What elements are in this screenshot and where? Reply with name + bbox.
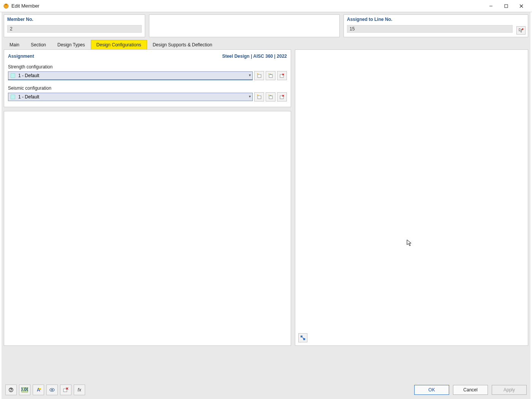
strength-remove-button[interactable] [277, 71, 287, 80]
color-swatch-icon [11, 95, 15, 99]
svg-rect-8 [258, 74, 261, 78]
chevron-down-icon: ▾ [249, 94, 251, 98]
app-icon [3, 3, 9, 9]
svg-marker-16 [257, 94, 258, 95]
strength-config-label: Strength configuration [8, 64, 287, 70]
design-code-label: Steel Design | AISC 360 | 2022 [222, 54, 287, 59]
assigned-line-field[interactable]: 15 [347, 25, 513, 33]
tab-design-configurations[interactable]: Design Configurations [91, 40, 147, 49]
strength-edit-button[interactable] [266, 71, 276, 80]
member-no-label: Member No. [4, 15, 145, 23]
svg-rect-30 [39, 388, 41, 390]
svg-text:?: ? [10, 387, 12, 393]
units-button[interactable]: 0.00 [19, 385, 30, 395]
assigned-line-label: Assigned to Line No. [344, 15, 528, 23]
preview-expand-button[interactable] [298, 333, 307, 342]
apply-button[interactable]: Apply [492, 385, 527, 395]
cancel-button[interactable]: Cancel [453, 385, 488, 395]
tab-design-types[interactable]: Design Types [52, 40, 91, 49]
seismic-config-select[interactable]: 1 - Default ▾ [8, 93, 253, 101]
ok-button[interactable]: OK [414, 385, 449, 395]
window-title: Edit Member [11, 3, 483, 9]
strength-config-select[interactable]: 1 - Default ▾ [8, 71, 253, 80]
member-no-panel: Member No. 2 [4, 14, 145, 37]
middle-panel [149, 14, 340, 37]
pick-line-button[interactable] [516, 26, 526, 35]
assignment-heading: Assignment [8, 54, 34, 59]
seismic-remove-button[interactable] [277, 92, 287, 101]
view-hide-button[interactable] [46, 385, 58, 395]
tabs: Main Section Design Types Design Configu… [4, 40, 528, 49]
delete-entry-button[interactable] [60, 385, 71, 395]
seismic-config-label: Seismic configuration [8, 86, 287, 91]
close-button[interactable] [514, 1, 529, 11]
seismic-new-button[interactable] [254, 92, 264, 101]
tab-design-supports-deflection[interactable]: Design Supports & Deflection [147, 40, 218, 49]
svg-rect-10 [269, 74, 272, 78]
chevron-down-icon: ▾ [249, 73, 251, 77]
tab-main[interactable]: Main [4, 40, 25, 49]
strength-new-button[interactable] [254, 71, 264, 80]
svg-rect-22 [301, 336, 302, 337]
titlebar: Edit Member [0, 0, 532, 12]
svg-rect-3 [505, 5, 508, 8]
svg-rect-17 [269, 96, 272, 99]
assigned-line-panel: Assigned to Line No. 15 [344, 14, 528, 37]
svg-rect-15 [258, 96, 261, 99]
formula-button[interactable]: fx [74, 385, 85, 395]
tab-section[interactable]: Section [25, 40, 52, 49]
svg-rect-1 [5, 4, 7, 5]
seismic-edit-button[interactable] [266, 92, 276, 101]
lower-left-panel [4, 111, 291, 346]
help-button[interactable]: ? [5, 385, 17, 395]
preview-panel [295, 49, 528, 346]
svg-text:0.00: 0.00 [21, 387, 28, 392]
color-swatch-icon [11, 73, 15, 78]
svg-point-32 [51, 389, 53, 391]
assignment-panel: Assignment Steel Design | AISC 360 | 202… [4, 49, 291, 107]
minimize-button[interactable] [483, 1, 499, 11]
maximize-button[interactable] [499, 1, 514, 11]
member-no-field[interactable]: 2 [7, 25, 142, 33]
svg-text:fx: fx [78, 387, 81, 393]
svg-marker-9 [257, 73, 258, 74]
dialog-footer: ? 0.00 A fx OK Cancel Apply [2, 381, 530, 399]
text-settings-button[interactable]: A [33, 385, 44, 395]
